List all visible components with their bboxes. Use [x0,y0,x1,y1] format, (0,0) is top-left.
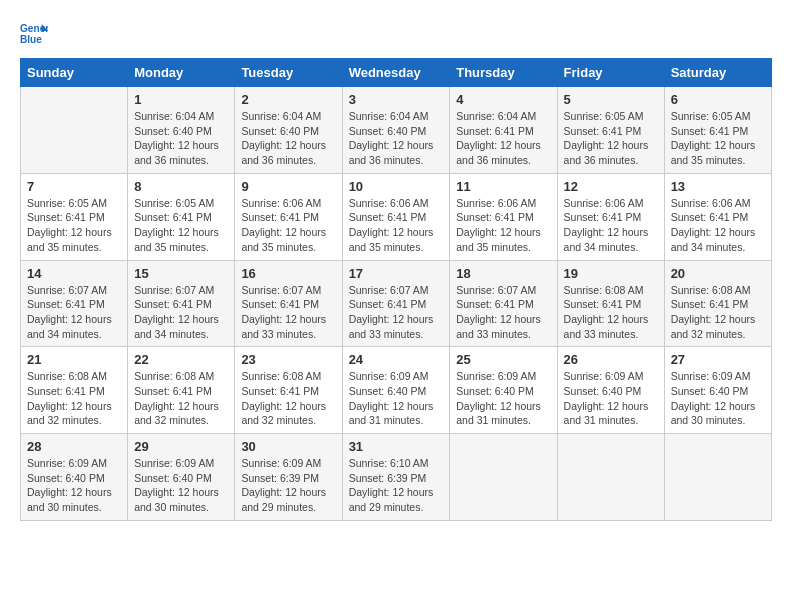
day-number: 13 [671,179,765,194]
day-number: 30 [241,439,335,454]
calendar-cell: 31 Sunrise: 6:10 AMSunset: 6:39 PMDaylig… [342,434,450,521]
weekday-header: Tuesday [235,59,342,87]
calendar-cell [664,434,771,521]
day-number: 17 [349,266,444,281]
day-number: 7 [27,179,121,194]
day-info: Sunrise: 6:08 AMSunset: 6:41 PMDaylight:… [134,369,228,428]
calendar-cell: 19 Sunrise: 6:08 AMSunset: 6:41 PMDaylig… [557,260,664,347]
day-number: 19 [564,266,658,281]
day-info: Sunrise: 6:05 AMSunset: 6:41 PMDaylight:… [134,196,228,255]
day-number: 4 [456,92,550,107]
weekday-header: Sunday [21,59,128,87]
day-info: Sunrise: 6:04 AMSunset: 6:40 PMDaylight:… [349,109,444,168]
day-number: 25 [456,352,550,367]
page-header: General Blue [20,20,772,48]
svg-text:Blue: Blue [20,34,42,45]
day-number: 28 [27,439,121,454]
day-number: 18 [456,266,550,281]
day-info: Sunrise: 6:08 AMSunset: 6:41 PMDaylight:… [671,283,765,342]
day-info: Sunrise: 6:04 AMSunset: 6:41 PMDaylight:… [456,109,550,168]
day-number: 22 [134,352,228,367]
calendar-cell: 28 Sunrise: 6:09 AMSunset: 6:40 PMDaylig… [21,434,128,521]
calendar-cell: 7 Sunrise: 6:05 AMSunset: 6:41 PMDayligh… [21,173,128,260]
weekday-header: Wednesday [342,59,450,87]
calendar-cell: 21 Sunrise: 6:08 AMSunset: 6:41 PMDaylig… [21,347,128,434]
calendar-cell: 10 Sunrise: 6:06 AMSunset: 6:41 PMDaylig… [342,173,450,260]
day-info: Sunrise: 6:09 AMSunset: 6:40 PMDaylight:… [134,456,228,515]
day-info: Sunrise: 6:06 AMSunset: 6:41 PMDaylight:… [349,196,444,255]
day-info: Sunrise: 6:04 AMSunset: 6:40 PMDaylight:… [241,109,335,168]
calendar-cell: 14 Sunrise: 6:07 AMSunset: 6:41 PMDaylig… [21,260,128,347]
day-info: Sunrise: 6:09 AMSunset: 6:40 PMDaylight:… [349,369,444,428]
day-number: 26 [564,352,658,367]
day-info: Sunrise: 6:07 AMSunset: 6:41 PMDaylight:… [27,283,121,342]
day-info: Sunrise: 6:09 AMSunset: 6:40 PMDaylight:… [27,456,121,515]
calendar-table: SundayMondayTuesdayWednesdayThursdayFrid… [20,58,772,521]
day-info: Sunrise: 6:08 AMSunset: 6:41 PMDaylight:… [241,369,335,428]
day-info: Sunrise: 6:06 AMSunset: 6:41 PMDaylight:… [671,196,765,255]
day-info: Sunrise: 6:07 AMSunset: 6:41 PMDaylight:… [349,283,444,342]
day-number: 8 [134,179,228,194]
day-info: Sunrise: 6:07 AMSunset: 6:41 PMDaylight:… [134,283,228,342]
day-number: 15 [134,266,228,281]
calendar-week-row: 21 Sunrise: 6:08 AMSunset: 6:41 PMDaylig… [21,347,772,434]
day-info: Sunrise: 6:09 AMSunset: 6:40 PMDaylight:… [564,369,658,428]
day-info: Sunrise: 6:06 AMSunset: 6:41 PMDaylight:… [241,196,335,255]
calendar-cell: 25 Sunrise: 6:09 AMSunset: 6:40 PMDaylig… [450,347,557,434]
day-number: 2 [241,92,335,107]
calendar-cell: 20 Sunrise: 6:08 AMSunset: 6:41 PMDaylig… [664,260,771,347]
day-info: Sunrise: 6:04 AMSunset: 6:40 PMDaylight:… [134,109,228,168]
calendar-cell: 18 Sunrise: 6:07 AMSunset: 6:41 PMDaylig… [450,260,557,347]
calendar-week-row: 28 Sunrise: 6:09 AMSunset: 6:40 PMDaylig… [21,434,772,521]
day-info: Sunrise: 6:10 AMSunset: 6:39 PMDaylight:… [349,456,444,515]
calendar-cell: 13 Sunrise: 6:06 AMSunset: 6:41 PMDaylig… [664,173,771,260]
day-info: Sunrise: 6:08 AMSunset: 6:41 PMDaylight:… [27,369,121,428]
calendar-cell: 1 Sunrise: 6:04 AMSunset: 6:40 PMDayligh… [128,87,235,174]
weekday-header: Saturday [664,59,771,87]
calendar-week-row: 1 Sunrise: 6:04 AMSunset: 6:40 PMDayligh… [21,87,772,174]
day-info: Sunrise: 6:07 AMSunset: 6:41 PMDaylight:… [241,283,335,342]
calendar-cell: 15 Sunrise: 6:07 AMSunset: 6:41 PMDaylig… [128,260,235,347]
calendar-cell: 24 Sunrise: 6:09 AMSunset: 6:40 PMDaylig… [342,347,450,434]
day-info: Sunrise: 6:05 AMSunset: 6:41 PMDaylight:… [564,109,658,168]
day-info: Sunrise: 6:09 AMSunset: 6:40 PMDaylight:… [456,369,550,428]
day-number: 11 [456,179,550,194]
day-number: 9 [241,179,335,194]
calendar-cell: 4 Sunrise: 6:04 AMSunset: 6:41 PMDayligh… [450,87,557,174]
calendar-cell: 8 Sunrise: 6:05 AMSunset: 6:41 PMDayligh… [128,173,235,260]
calendar-cell: 22 Sunrise: 6:08 AMSunset: 6:41 PMDaylig… [128,347,235,434]
calendar-cell: 11 Sunrise: 6:06 AMSunset: 6:41 PMDaylig… [450,173,557,260]
day-number: 12 [564,179,658,194]
calendar-cell: 3 Sunrise: 6:04 AMSunset: 6:40 PMDayligh… [342,87,450,174]
day-info: Sunrise: 6:07 AMSunset: 6:41 PMDaylight:… [456,283,550,342]
day-number: 5 [564,92,658,107]
calendar-cell: 29 Sunrise: 6:09 AMSunset: 6:40 PMDaylig… [128,434,235,521]
day-info: Sunrise: 6:06 AMSunset: 6:41 PMDaylight:… [564,196,658,255]
weekday-header-row: SundayMondayTuesdayWednesdayThursdayFrid… [21,59,772,87]
calendar-cell: 16 Sunrise: 6:07 AMSunset: 6:41 PMDaylig… [235,260,342,347]
calendar-cell [21,87,128,174]
day-number: 23 [241,352,335,367]
day-number: 31 [349,439,444,454]
calendar-week-row: 14 Sunrise: 6:07 AMSunset: 6:41 PMDaylig… [21,260,772,347]
logo: General Blue [20,20,52,48]
day-number: 1 [134,92,228,107]
calendar-cell: 9 Sunrise: 6:06 AMSunset: 6:41 PMDayligh… [235,173,342,260]
logo-icon: General Blue [20,20,48,48]
day-info: Sunrise: 6:08 AMSunset: 6:41 PMDaylight:… [564,283,658,342]
calendar-cell [557,434,664,521]
day-number: 21 [27,352,121,367]
day-number: 6 [671,92,765,107]
day-number: 16 [241,266,335,281]
calendar-week-row: 7 Sunrise: 6:05 AMSunset: 6:41 PMDayligh… [21,173,772,260]
calendar-cell: 5 Sunrise: 6:05 AMSunset: 6:41 PMDayligh… [557,87,664,174]
day-number: 24 [349,352,444,367]
day-info: Sunrise: 6:09 AMSunset: 6:40 PMDaylight:… [671,369,765,428]
day-number: 3 [349,92,444,107]
day-number: 29 [134,439,228,454]
calendar-cell: 2 Sunrise: 6:04 AMSunset: 6:40 PMDayligh… [235,87,342,174]
weekday-header: Monday [128,59,235,87]
calendar-cell: 27 Sunrise: 6:09 AMSunset: 6:40 PMDaylig… [664,347,771,434]
weekday-header: Friday [557,59,664,87]
calendar-cell: 6 Sunrise: 6:05 AMSunset: 6:41 PMDayligh… [664,87,771,174]
